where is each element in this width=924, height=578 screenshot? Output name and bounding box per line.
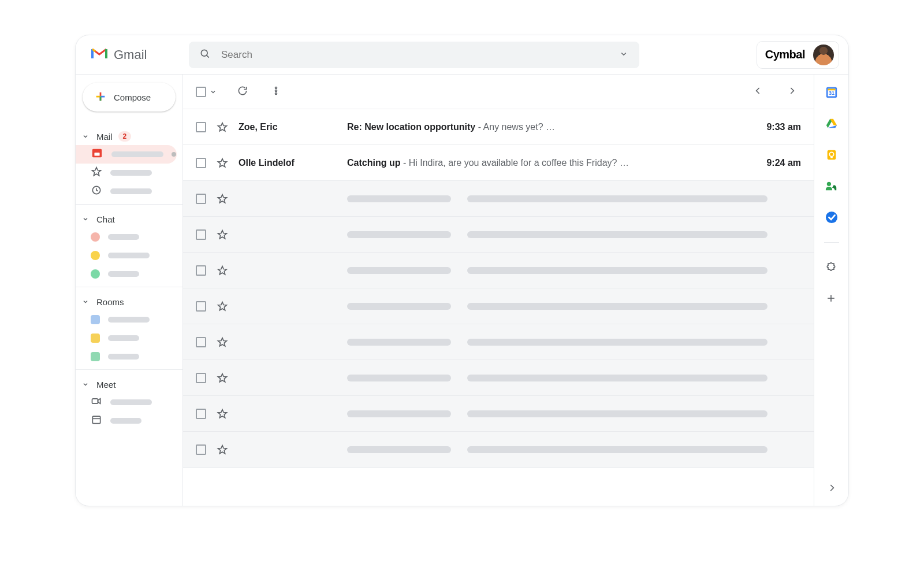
room-color-icon — [91, 315, 100, 324]
placeholder-text — [111, 151, 163, 157]
rooms-label: Rooms — [96, 297, 124, 307]
sidebar-item-chat-contact[interactable] — [76, 228, 177, 246]
star-icon[interactable] — [217, 193, 228, 205]
star-icon[interactable] — [217, 229, 228, 240]
row-checkbox[interactable] — [196, 194, 206, 204]
sidebar-item-snoozed[interactable] — [76, 182, 177, 201]
star-icon[interactable] — [217, 336, 228, 348]
row-checkbox[interactable] — [196, 444, 206, 455]
drive-app-icon[interactable] — [825, 117, 838, 130]
sidebar-item-join-meeting[interactable] — [76, 412, 177, 430]
caret-down-icon[interactable] — [208, 87, 218, 97]
row-checkbox[interactable] — [196, 301, 206, 312]
email-row-placeholder[interactable] — [183, 432, 814, 468]
chevron-left-icon — [752, 85, 764, 97]
row-checkbox[interactable] — [196, 229, 206, 240]
email-row-placeholder[interactable] — [183, 324, 814, 360]
addons-icon[interactable] — [825, 261, 838, 274]
sidebar-item-room[interactable] — [76, 310, 177, 329]
row-checkbox[interactable] — [196, 265, 206, 276]
sidebar-item-room[interactable] — [76, 347, 177, 366]
placeholder-text — [110, 188, 152, 194]
compose-label: Compose — [114, 92, 151, 102]
keep-app-icon[interactable] — [825, 149, 838, 161]
star-icon[interactable] — [217, 265, 228, 276]
hide-panel-button[interactable] — [822, 479, 841, 499]
avatar[interactable] — [813, 45, 834, 65]
sidebar-item-inbox[interactable] — [76, 145, 177, 164]
sidebar-header-meet[interactable]: Meet — [76, 376, 182, 393]
caret-down-icon — [80, 379, 91, 390]
contacts-app-icon[interactable] — [825, 180, 838, 192]
select-all[interactable] — [196, 87, 218, 97]
caret-down-icon[interactable] — [619, 49, 629, 61]
row-checkbox[interactable] — [196, 373, 206, 383]
svg-line-1 — [207, 55, 209, 57]
sidebar-header-rooms[interactable]: Rooms — [76, 293, 182, 310]
sidebar-header-mail[interactable]: Mail 2 — [76, 128, 182, 145]
plus-icon — [825, 292, 837, 304]
compose-button[interactable]: Compose — [83, 83, 176, 112]
email-row[interactable]: Zoe, EricRe: New location opportunity - … — [183, 109, 814, 145]
sidebar-item-new-meeting[interactable] — [76, 393, 177, 412]
calendar-app-icon[interactable]: 31 — [825, 86, 838, 99]
sidebar-item-chat-contact[interactable] — [76, 246, 177, 265]
email-row-placeholder[interactable] — [183, 181, 814, 217]
sidebar-section-mail: Mail 2 — [76, 122, 182, 204]
email-row-placeholder[interactable] — [183, 396, 814, 432]
star-icon[interactable] — [217, 121, 228, 133]
checkbox-icon[interactable] — [196, 87, 206, 97]
row-checkbox[interactable] — [196, 122, 206, 132]
sidebar-item-starred[interactable] — [76, 164, 177, 182]
placeholder — [347, 446, 791, 453]
account-switcher[interactable]: Cymbal — [757, 41, 839, 69]
email-row-placeholder[interactable] — [183, 360, 814, 396]
caret-down-icon — [80, 131, 91, 142]
gmail-logo-icon — [91, 47, 108, 62]
app-window: Gmail Cymbal — [75, 35, 849, 506]
star-icon[interactable] — [217, 301, 228, 312]
sidebar-header-chat[interactable]: Chat — [76, 210, 182, 228]
email-row[interactable]: Olle LindelofCatching up - Hi Indira, ar… — [183, 145, 814, 181]
refresh-button[interactable] — [233, 81, 252, 102]
svg-rect-10 — [92, 399, 98, 403]
clock-icon — [91, 184, 102, 198]
sidebar-item-chat-contact[interactable] — [76, 265, 177, 283]
row-checkbox[interactable] — [196, 337, 206, 347]
svg-marker-24 — [218, 373, 227, 381]
star-icon[interactable] — [217, 444, 228, 455]
star-icon[interactable] — [217, 157, 228, 169]
sidebar-item-room[interactable] — [76, 329, 177, 347]
email-row-placeholder[interactable] — [183, 288, 814, 324]
svg-point-16 — [275, 93, 277, 95]
org-name: Cymbal — [765, 48, 805, 61]
chevron-right-icon — [826, 482, 837, 494]
refresh-icon — [237, 85, 248, 97]
email-preview: Catching up - Hi Indira, are you availab… — [347, 158, 756, 168]
more-button[interactable] — [267, 81, 285, 102]
svg-marker-23 — [218, 338, 227, 346]
newer-button[interactable] — [749, 81, 767, 102]
svg-rect-30 — [828, 89, 835, 91]
tasks-app-icon[interactable] — [825, 211, 838, 224]
placeholder — [347, 267, 791, 274]
email-row-placeholder[interactable] — [183, 253, 814, 288]
placeholder-text — [108, 317, 150, 323]
sidebar-section-rooms: Rooms — [76, 287, 182, 369]
star-icon[interactable] — [217, 372, 228, 384]
get-addons-button[interactable] — [825, 292, 838, 305]
placeholder-text — [108, 271, 139, 277]
row-checkbox[interactable] — [196, 409, 206, 419]
svg-marker-17 — [218, 123, 227, 131]
search-input[interactable] — [220, 49, 609, 61]
chevron-right-icon — [786, 85, 798, 97]
email-row-placeholder[interactable] — [183, 217, 814, 253]
placeholder-text — [108, 335, 139, 341]
svg-rect-34 — [827, 150, 836, 160]
row-checkbox[interactable] — [196, 158, 206, 168]
search-bar[interactable] — [189, 42, 639, 68]
older-button[interactable] — [783, 81, 801, 102]
calendar-icon — [91, 414, 102, 428]
email-sender: Olle Lindelof — [239, 158, 337, 168]
star-icon[interactable] — [217, 408, 228, 420]
